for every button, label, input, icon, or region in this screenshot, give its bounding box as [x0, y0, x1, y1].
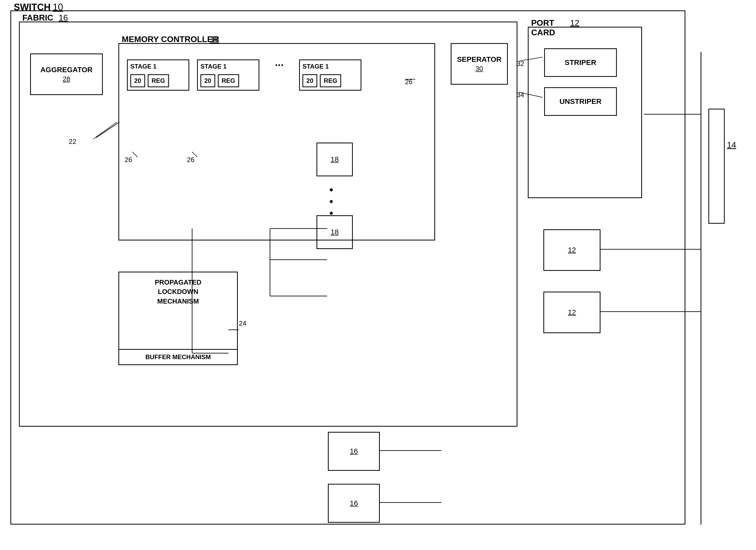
- mc-label: MEMORY CONTROLLER: [122, 35, 219, 44]
- ref-26b: 26: [187, 156, 194, 164]
- switch-box: SWITCH 10 FABRIC 16 AGGREGATOR 28 MEMORY…: [10, 10, 685, 525]
- small-fabric-box-1: 16: [328, 432, 380, 471]
- stage3-unit: 20: [302, 74, 317, 87]
- ref-14: 14: [727, 140, 736, 150]
- small-fabric-1-number: 16: [350, 447, 358, 455]
- fabric-number: 16: [59, 13, 68, 23]
- ellipsis: ···: [267, 59, 291, 71]
- striper-box: STRIPER: [544, 48, 617, 77]
- stage1-unit-number: 20: [134, 77, 141, 84]
- port-card-label: PORTCARD: [531, 18, 555, 37]
- switch-label: SWITCH: [14, 2, 51, 13]
- ref-26c: 26: [405, 78, 413, 86]
- memory-controller-box: MEMORY CONTROLLER 18 STAGE 1 20 REG: [118, 43, 435, 240]
- lockdown-box: PROPAGATEDLOCKDOWNMECHANISM BUFFER MECHA…: [118, 272, 238, 365]
- separator-label: SEPERATOR: [457, 55, 502, 64]
- aggregator-box: AGGREGATOR 28: [30, 53, 103, 95]
- small-port-box-2: 12: [543, 292, 600, 333]
- svg-rect-23: [709, 109, 724, 223]
- stage2-unit: 20: [200, 74, 215, 87]
- small-port-box-1: 12: [543, 229, 600, 271]
- stage2-unit-number: 20: [204, 77, 211, 84]
- lockdown-label: PROPAGATEDLOCKDOWNMECHANISM: [119, 272, 237, 308]
- mc-small-2-number: 18: [330, 228, 339, 236]
- stage2-reg: REG: [218, 74, 239, 87]
- stage3-unit-number: 20: [306, 77, 313, 84]
- mc-small-box-2: 18: [316, 215, 353, 249]
- stage2-label: STAGE 1: [200, 63, 227, 70]
- port-card-number: 12: [570, 18, 579, 28]
- separator-box: SEPERATOR 30: [451, 43, 508, 85]
- stage-box-2: STAGE 1 20 REG: [197, 59, 259, 91]
- fabric-box: FABRIC 16 AGGREGATOR 28 MEMORY CONTROLLE…: [19, 22, 517, 427]
- mc-ellipsis: •••: [329, 184, 333, 219]
- stage3-reg: REG: [320, 74, 341, 87]
- aggregator-number: 28: [63, 75, 70, 83]
- ref-32: 32: [517, 60, 524, 68]
- mc-small-box-1: 18: [316, 143, 353, 176]
- stage1-reg: REG: [148, 74, 169, 87]
- stage-box-3: STAGE 1 20 REG: [299, 59, 361, 91]
- separator-number: 30: [476, 65, 483, 73]
- mc-small-1-number: 18: [330, 155, 339, 164]
- ref-22: 22: [69, 138, 76, 146]
- stage3-label: STAGE 1: [302, 63, 329, 70]
- stage2-inner: 20 REG: [200, 74, 256, 87]
- small-fabric-2-number: 16: [350, 499, 358, 507]
- small-fabric-box-2: 16: [328, 484, 380, 523]
- port-card-box: PORTCARD 12 STRIPER UNSTRIPER: [528, 27, 642, 198]
- striper-label: STRIPER: [565, 58, 596, 67]
- ref-26a: 26: [125, 156, 132, 164]
- ref-34: 34: [517, 91, 524, 99]
- stage-box-1: STAGE 1 20 REG: [127, 59, 189, 91]
- fabric-label: FABRIC: [22, 13, 53, 23]
- small-port-2-number: 12: [568, 308, 576, 317]
- unstriper-box: UNSTRIPER: [544, 87, 617, 116]
- buffer-box: BUFFER MECHANISM: [119, 349, 237, 364]
- stage-group: STAGE 1 20 REG STAGE 1: [127, 59, 428, 91]
- unstriper-label: UNSTRIPER: [559, 97, 602, 106]
- small-port-1-number: 12: [568, 246, 576, 254]
- stage1-inner: 20 REG: [130, 74, 186, 87]
- stage3-inner: 20 REG: [302, 74, 358, 87]
- stage1-label: STAGE 1: [130, 63, 157, 70]
- buffer-label: BUFFER MECHANISM: [145, 353, 211, 360]
- ref-24: 24: [239, 319, 246, 327]
- mc-number: 18: [210, 35, 219, 44]
- stage1-unit: 20: [130, 74, 145, 87]
- aggregator-label: AGGREGATOR: [40, 66, 92, 74]
- switch-number: 10: [53, 2, 63, 13]
